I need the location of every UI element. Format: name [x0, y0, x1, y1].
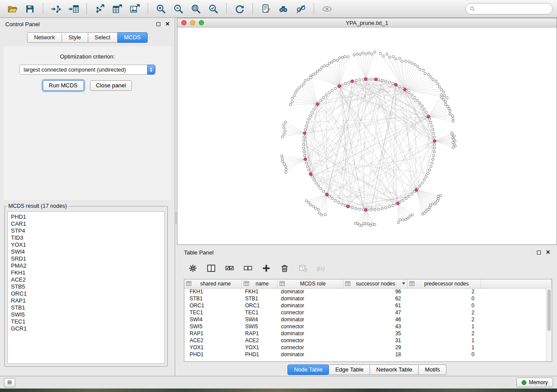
mcds-result-item[interactable]: YOX1 [11, 241, 164, 248]
float-table-panel-icon[interactable] [537, 251, 541, 254]
delete-icon[interactable] [277, 261, 291, 275]
run-mcds-button[interactable]: Run MCDS [43, 80, 84, 91]
criterion-selected-value: largest connected component (undirected) [24, 67, 126, 73]
network-graph-canvas[interactable] [177, 28, 557, 244]
mcds-result-item[interactable]: STB1 [11, 304, 164, 311]
table-cell: SWI5 [184, 323, 242, 330]
table-cell [481, 295, 552, 302]
table-row[interactable]: SWI4SWI4dominator462 [184, 316, 552, 323]
share-document-icon[interactable] [258, 2, 274, 16]
tab-mcds[interactable]: MCDS [118, 32, 148, 43]
mcds-result-item[interactable]: RAP1 [11, 297, 164, 304]
tab-motifs[interactable]: Motifs [419, 364, 446, 375]
table-cell: 62 [343, 295, 407, 302]
table-row[interactable]: FKH1FKH1dominator962 [184, 288, 552, 295]
close-panel-icon[interactable]: × [166, 21, 170, 28]
search-field[interactable] [465, 3, 553, 14]
control-panel-tabbar: NetworkStyleSelectMCDS [0, 32, 175, 43]
zoom-selected-icon[interactable] [205, 2, 221, 16]
save-icon[interactable] [22, 2, 38, 16]
sync-table-icon[interactable] [296, 261, 310, 275]
tab-node-table[interactable]: Node Table [287, 364, 329, 375]
criterion-select[interactable]: largest connected component (undirected) [19, 65, 156, 75]
memory-button[interactable]: Memory [516, 378, 553, 387]
export-table-icon[interactable] [109, 2, 125, 16]
column-header-name[interactable]: name [242, 279, 277, 288]
minimize-window-icon[interactable] [190, 20, 195, 25]
column-header-successor-nodes[interactable]: successor nodes [343, 279, 407, 288]
hide-details-icon[interactable] [293, 2, 309, 16]
node-table: shared namenameMCDS rolesuccessor nodesp… [184, 279, 552, 362]
mcds-result-item[interactable]: SRD1 [11, 255, 164, 262]
table-scrollbar-thumb[interactable] [547, 289, 551, 331]
column-header-predecessor-nodes[interactable]: predecessor nodes [407, 279, 481, 288]
table-cell: SWI4 [242, 316, 277, 323]
deselect-all-icon[interactable] [241, 261, 255, 275]
maximize-window-icon[interactable] [199, 20, 204, 25]
refresh-icon[interactable] [232, 2, 248, 16]
mcds-result-item[interactable]: PHD1 [11, 213, 164, 220]
zoom-out-icon[interactable] [170, 2, 187, 16]
close-panel-button[interactable]: Close panel [90, 80, 132, 91]
select-all-icon[interactable] [222, 261, 236, 275]
export-network-icon[interactable] [92, 2, 108, 16]
function-icon[interactable]: f(x) [314, 261, 328, 275]
mcds-result-item[interactable]: GCR1 [11, 325, 164, 332]
mcds-result-item[interactable]: SWI4 [11, 248, 164, 255]
mcds-result-item[interactable]: ORC1 [11, 290, 164, 297]
mcds-result-item[interactable]: TID3 [11, 234, 164, 241]
search-icon [469, 6, 476, 12]
mcds-result-list[interactable]: PHD1CAR1STP4TID3YOX1SWI4SRD1PMA2FKH1ACE2… [7, 211, 165, 364]
search-input[interactable] [478, 6, 549, 12]
tab-style[interactable]: Style [62, 32, 88, 43]
table-row[interactable]: ACE2ACE2connector311 [184, 337, 552, 344]
table-cell: RAP1 [184, 330, 242, 337]
import-table-icon[interactable] [66, 2, 82, 16]
import-network-icon[interactable] [48, 2, 64, 16]
column-header-shared-name[interactable]: shared name [184, 279, 242, 288]
tab-edge-table[interactable]: Edge Table [329, 364, 370, 375]
mcds-result-item[interactable]: PMA2 [11, 262, 164, 269]
network-view-titlebar[interactable]: YPA_prune.txt_1 [177, 18, 557, 28]
zoom-in-icon[interactable] [153, 2, 169, 16]
table-scrollbar[interactable] [546, 288, 552, 361]
table-row[interactable]: SWI5SWI5connector431 [184, 323, 552, 330]
table-cell: ORC1 [242, 302, 277, 309]
tab-network-table[interactable]: Network Table [370, 364, 419, 375]
close-table-panel-icon[interactable]: × [546, 249, 550, 256]
find-icon[interactable] [275, 2, 291, 16]
mcds-result-item[interactable]: STP4 [11, 227, 164, 234]
tab-network[interactable]: Network [27, 32, 62, 43]
memory-status-icon [522, 380, 526, 385]
zoom-fit-icon[interactable] [188, 2, 204, 16]
mcds-result-item[interactable]: STB5 [11, 283, 164, 290]
show-details-icon[interactable] [319, 2, 335, 16]
mcds-result-item[interactable]: CAR1 [11, 220, 164, 227]
gear-icon[interactable] [186, 261, 200, 275]
table-row[interactable]: ORC1ORC1dominator610 [184, 302, 552, 309]
float-panel-icon[interactable] [156, 22, 160, 26]
mcds-result-item[interactable]: ACE2 [11, 276, 164, 283]
table-row[interactable]: RAP1RAP1dominator352 [184, 330, 552, 337]
table-cell: ORC1 [184, 302, 242, 309]
tab-select[interactable]: Select [88, 32, 118, 43]
table-row[interactable]: TEC1TEC1connector472 [184, 309, 552, 316]
table-row[interactable]: STB1STB1dominator620 [184, 295, 552, 302]
add-icon[interactable] [259, 261, 273, 275]
table-cell: dominator [277, 351, 343, 358]
table-cell: 2 [407, 316, 481, 323]
column-header-MCDS-role[interactable]: MCDS role [277, 279, 343, 288]
columns-icon[interactable] [204, 261, 218, 275]
status-menu-button[interactable] [4, 378, 15, 387]
table-cell [481, 323, 552, 330]
network-view-window: YPA_prune.txt_1 [177, 18, 557, 245]
close-window-icon[interactable] [181, 20, 187, 25]
table-row[interactable]: YOX1YOX1connector291 [184, 344, 552, 351]
mcds-result-item[interactable]: SWI5 [11, 311, 164, 318]
table-tabbar: Node TableEdge TableNetwork TableMotifs [177, 364, 557, 375]
table-row[interactable]: PHD1PHD1dominator180 [184, 351, 552, 358]
open-folder-icon[interactable] [4, 2, 21, 16]
export-image-icon[interactable] [127, 2, 143, 16]
mcds-result-item[interactable]: TEC1 [11, 318, 164, 325]
mcds-result-item[interactable]: FKH1 [11, 269, 164, 276]
